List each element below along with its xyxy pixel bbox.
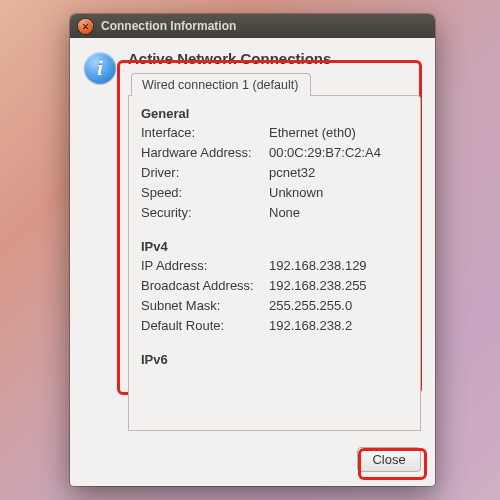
label: Security:	[141, 203, 269, 223]
row-ip: IP Address:192.168.238.129	[141, 256, 408, 276]
page-title: Active Network Connections	[128, 50, 421, 67]
label: Speed:	[141, 183, 269, 203]
tab-area: Wired connection 1 (default) General Int…	[128, 73, 421, 431]
label: Broadcast Address:	[141, 276, 269, 296]
label: Default Route:	[141, 316, 269, 336]
value: 00:0C:29:B7:C2:A4	[269, 143, 408, 163]
label: Interface:	[141, 123, 269, 143]
window-close-button[interactable]	[78, 19, 93, 34]
value: Ethernet (eth0)	[269, 123, 408, 143]
row-mask: Subnet Mask:255.255.255.0	[141, 296, 408, 316]
row-hwaddr: Hardware Address:00:0C:29:B7:C2:A4	[141, 143, 408, 163]
value: None	[269, 203, 408, 223]
row-route: Default Route:192.168.238.2	[141, 316, 408, 336]
value: 192.168.238.255	[269, 276, 408, 296]
info-icon: i	[84, 52, 116, 84]
row-security: Security:None	[141, 203, 408, 223]
row-bcast: Broadcast Address:192.168.238.255	[141, 276, 408, 296]
section-general-title: General	[141, 106, 408, 121]
row-speed: Speed:Unknown	[141, 183, 408, 203]
label: IP Address:	[141, 256, 269, 276]
section-ipv4-title: IPv4	[141, 239, 408, 254]
value: 255.255.255.0	[269, 296, 408, 316]
close-button[interactable]: Close	[357, 447, 421, 472]
window-title: Connection Information	[101, 19, 236, 33]
label: Subnet Mask:	[141, 296, 269, 316]
label: Driver:	[141, 163, 269, 183]
content-area: i Active Network Connections Wired conne…	[70, 38, 435, 441]
titlebar[interactable]: Connection Information	[70, 14, 435, 38]
tab-wired-connection[interactable]: Wired connection 1 (default)	[131, 73, 311, 96]
value: pcnet32	[269, 163, 408, 183]
connection-panel: General Interface:Ethernet (eth0) Hardwa…	[128, 95, 421, 431]
section-ipv6-title: IPv6	[141, 352, 408, 367]
label: Hardware Address:	[141, 143, 269, 163]
value: 192.168.238.2	[269, 316, 408, 336]
row-driver: Driver:pcnet32	[141, 163, 408, 183]
row-interface: Interface:Ethernet (eth0)	[141, 123, 408, 143]
value: Unknown	[269, 183, 408, 203]
dialog-footer: Close	[70, 441, 435, 486]
connection-info-window: Connection Information i Active Network …	[70, 14, 435, 486]
close-icon	[82, 23, 89, 30]
value: 192.168.238.129	[269, 256, 408, 276]
